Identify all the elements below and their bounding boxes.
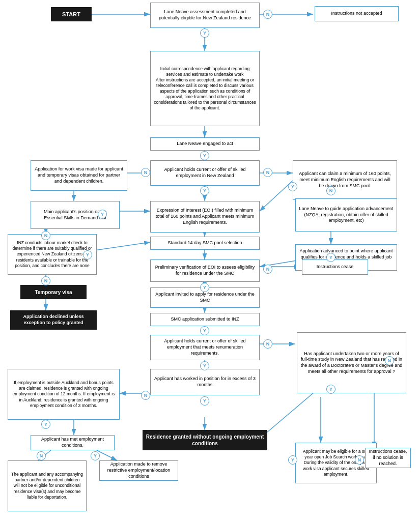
n-label-4: N — [326, 186, 335, 195]
y-label-2: Y — [200, 151, 209, 160]
instructions-not-accepted-box: Instructions not accepted — [315, 6, 399, 21]
svg-line-32 — [260, 387, 321, 439]
applicant-eligible-work-visa-box: Applicant may be eligible for a one year… — [295, 443, 377, 483]
y-label-9: Y — [200, 326, 209, 335]
y-label-7: Y — [326, 253, 335, 262]
if-employment-outside-box: If employment is outside Auckland and bo… — [8, 369, 120, 420]
n-label-7: N — [263, 265, 272, 274]
instructions-cease-top-box: Instructions cease — [302, 259, 368, 275]
y-label-14: Y — [41, 420, 50, 429]
applicant-met-employment-box: Applicant has met employment conditions. — [31, 435, 115, 450]
initial-correspondence-box: Initial correspondence with applicant re… — [150, 51, 260, 126]
y-label-8: Y — [200, 283, 209, 292]
applicant-worked-position-box: Applicant has worked in position for in … — [150, 369, 260, 395]
n-label-11: N — [37, 451, 46, 460]
start-box: START — [51, 7, 92, 21]
n-label-1: N — [263, 10, 272, 19]
n-label-8: N — [263, 339, 272, 349]
y-label-15: Y — [288, 455, 297, 465]
y-label-13: Y — [91, 451, 100, 460]
y-label-10: Y — [200, 361, 209, 370]
n-label-9: N — [141, 391, 150, 400]
eoi-filled-box: Expression of Interest (EOI) filled with… — [150, 201, 260, 233]
instructions-cease-bottom-box: Instructions cease, if no solution is re… — [365, 448, 411, 468]
lane-neave-assessment-box: Lane Neave assessment completed and pote… — [150, 3, 260, 28]
n-label-3: N — [141, 168, 150, 177]
lane-neave-guide-box: Lane Neave to guide application advancem… — [295, 198, 397, 231]
smc-application-box: SMC application submitted to INZ — [150, 313, 260, 326]
n-label-12: N — [355, 455, 364, 465]
work-visa-box: Application for work visa made for appli… — [31, 160, 127, 191]
n-label-5: N — [41, 231, 50, 240]
applicant-holds-employment-box: Applicant holds current or offer of skil… — [150, 335, 260, 360]
y-label-11: Y — [200, 396, 209, 406]
application-made-remove-box: Application made to remove restrictive e… — [99, 460, 178, 481]
y-label-1: Y — [200, 28, 209, 38]
claim-160-box: Applicant can claim a minimum of 160 poi… — [293, 160, 397, 200]
n-label-2: N — [263, 168, 272, 177]
lane-neave-engaged-box: Lane Neave engaged to act — [150, 137, 260, 151]
applicant-any-accompanying-box: The applicant and any accompanying partn… — [8, 460, 87, 511]
y-label-12: Y — [326, 385, 335, 394]
y-label-6: Y — [83, 250, 92, 259]
residence-granted-box: Residence granted without ongoing employ… — [143, 430, 267, 450]
application-declined-box: Application declined unless exception to… — [10, 310, 97, 330]
y-label-5: Y — [98, 210, 107, 219]
standard-14-day-box: Standard 14 day SMC pool selection — [150, 237, 260, 250]
applicant-holds-current-box: Applicant holds current or offer of skil… — [150, 160, 260, 186]
n-label-10: N — [385, 356, 394, 365]
preliminary-verification-box: Preliminary verification of EOI to asses… — [150, 259, 260, 282]
svg-line-31 — [97, 450, 117, 460]
temporary-visa-box: Temporary visa — [20, 285, 87, 299]
y-label-4: Y — [288, 182, 297, 191]
y-label-3: Y — [200, 186, 209, 195]
n-label-6: N — [41, 276, 50, 285]
